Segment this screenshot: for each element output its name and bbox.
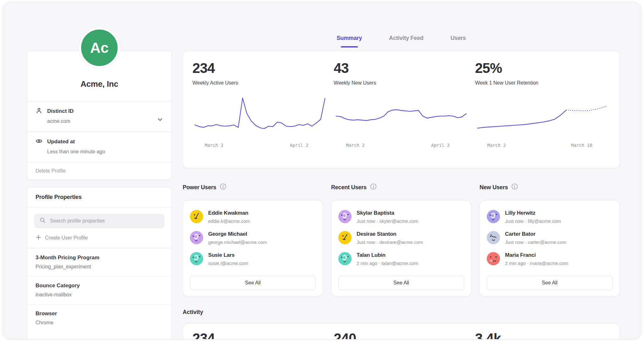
delete-profile-button[interactable]: Delete Profile <box>27 162 171 180</box>
property-name: Bounce Category <box>36 283 163 289</box>
stat-weekly-active-users: 234 Weekly Active Users March 2 April 2 <box>189 60 330 162</box>
list-item[interactable]: Susie Lars susie.l@acme.com <box>190 252 316 266</box>
x-axis-label-end: April 2 <box>290 143 308 148</box>
company-card: Acme, Inc Distinct ID acme.com <box>27 51 172 180</box>
updated-at-value: Less than one minute ago <box>47 149 164 155</box>
x-axis-label-start: March 2 <box>346 143 365 148</box>
profile-sidebar: Ac Acme, Inc Distinct ID acme.com <box>27 2 172 339</box>
list-item[interactable]: Lilly Herwitz Just now · lilly@acme.com <box>487 210 613 224</box>
person-icon <box>36 107 42 115</box>
see-all-button[interactable]: See All <box>338 276 464 290</box>
property-value: Chrome <box>36 320 163 326</box>
activity-stats-card: 234 240 3.4k <box>183 323 620 339</box>
sparkline-chart <box>334 93 469 139</box>
user-name: Susie Lars <box>208 252 248 258</box>
stat-value: 25% <box>475 60 610 76</box>
user-lists-row: Power Users Eddie Kwakman eddie.k@acme.c… <box>183 183 620 296</box>
property-value: Pricing_plan_experiment <box>36 264 163 270</box>
stat-label: Weekly New Users <box>334 80 469 86</box>
tab-users[interactable]: Users <box>451 35 466 43</box>
profile-properties-title: Profile Properties <box>27 187 171 207</box>
user-meta: Just now · desirare@acme.com <box>357 239 423 245</box>
user-meta: 2 min ago · talan@acme.com <box>357 261 418 266</box>
list-item[interactable]: Maria Franci 2 min ago · maria@acme.com <box>487 252 613 266</box>
user-name: Lilly Herwitz <box>505 210 561 216</box>
see-all-button[interactable]: See All <box>190 276 316 290</box>
user-meta: Just now · carter@acme.com <box>505 239 566 245</box>
user-avatar <box>487 252 500 265</box>
activity-section-title: Activity <box>183 309 203 316</box>
distinct-id-row[interactable]: Distinct ID acme.com <box>27 101 171 131</box>
user-avatar <box>190 210 203 223</box>
stat-value: 234 <box>192 60 327 76</box>
new-users-section: New Users Lilly Herwitz Just now · lilly… <box>480 183 620 296</box>
list-item[interactable]: George Michael george.michael@acme.com <box>190 231 316 245</box>
x-axis-label-end: April 2 <box>431 143 450 148</box>
new-users-card: Lilly Herwitz Just now · lilly@acme.com … <box>480 200 620 296</box>
user-avatar <box>487 231 500 244</box>
user-avatar <box>190 252 203 265</box>
stat-weekly-new-users: 43 Weekly New Users March 2 April 2 <box>330 60 472 162</box>
x-axis: March 2 March 10 <box>475 143 610 149</box>
chevron-down-icon[interactable] <box>157 118 163 123</box>
user-avatar <box>338 231 352 244</box>
x-axis: March 2 April 2 <box>334 143 469 149</box>
profile-properties-card: Profile Properties Search profile proper… <box>27 187 172 339</box>
updated-at-row: Updated at Less than one minute ago <box>27 132 171 162</box>
user-name: Maria Franci <box>505 252 568 258</box>
see-all-button[interactable]: See All <box>487 276 613 290</box>
distinct-id-label: Distinct ID <box>47 108 74 114</box>
new-users-title: New Users <box>480 184 508 191</box>
power-users-title: Power Users <box>183 184 216 191</box>
create-user-profile-label: Create User Profile <box>45 235 88 241</box>
company-avatar: Ac <box>79 27 120 68</box>
recent-users-card: Skylar Baptista Just now · skyler@acme.c… <box>331 200 471 296</box>
activity-stat-value: 3.4k <box>475 331 610 339</box>
list-item[interactable]: Eddie Kwakman eddie.k@acme.com <box>190 210 316 224</box>
eye-icon <box>36 138 42 146</box>
search-placeholder: Search profile properties <box>50 218 105 224</box>
updated-at-label: Updated at <box>47 139 75 145</box>
info-icon[interactable] <box>511 183 518 191</box>
user-name: George Michael <box>208 231 267 237</box>
property-row[interactable]: 3-Month Pricing Program Pricing_plan_exp… <box>27 249 171 276</box>
plus-icon <box>36 234 41 241</box>
user-avatar <box>338 252 352 265</box>
sparkline-chart <box>475 93 610 139</box>
user-name: Skylar Baptista <box>357 210 418 216</box>
x-axis-label-end: March 10 <box>571 143 592 148</box>
property-row[interactable]: Browser Chrome <box>27 305 171 332</box>
user-name: Talan Lubin <box>357 252 418 258</box>
stat-label: Weekly Active Users <box>192 80 327 86</box>
user-meta: 2 min ago · maria@acme.com <box>505 261 568 266</box>
list-item[interactable]: Skylar Baptista Just now · skyler@acme.c… <box>338 210 464 224</box>
tab-activity-feed[interactable]: Activity Feed <box>389 35 423 43</box>
recent-users-title: Recent Users <box>331 184 367 191</box>
user-meta: Just now · lilly@acme.com <box>505 218 561 224</box>
info-icon[interactable] <box>220 183 226 191</box>
list-item[interactable]: Desirae Stanton Just now · desirare@acme… <box>338 231 464 245</box>
list-item[interactable]: Talan Lubin 2 min ago · talan@acme.com <box>338 252 464 266</box>
user-name: Eddie Kwakman <box>208 210 250 216</box>
x-axis-label-start: March 2 <box>205 143 223 148</box>
recent-users-section: Recent Users Skylar Baptista Just now · … <box>331 183 471 296</box>
tab-summary[interactable]: Summary <box>336 35 362 43</box>
user-avatar <box>487 210 500 223</box>
create-user-profile-button[interactable]: Create User Profile <box>36 234 163 241</box>
info-icon[interactable] <box>370 183 377 191</box>
company-avatar-initials: Ac <box>90 39 109 56</box>
stat-week1-retention: 25% Week 1 New User Retention March 2 Ma… <box>472 60 613 162</box>
search-profile-properties-input[interactable]: Search profile properties <box>34 214 164 228</box>
power-users-card: Eddie Kwakman eddie.k@acme.com George Mi… <box>183 200 323 296</box>
list-item[interactable]: Carter Bator Just now · carter@acme.com <box>487 231 613 245</box>
power-users-section: Power Users Eddie Kwakman eddie.k@acme.c… <box>183 183 323 296</box>
user-email: susie.l@acme.com <box>208 261 248 266</box>
user-avatar <box>190 231 203 244</box>
property-value: inactive-mailbox <box>36 292 163 298</box>
search-icon <box>39 217 46 225</box>
property-row[interactable]: Bounce Category inactive-mailbox <box>27 277 171 304</box>
user-email: george.michael@acme.com <box>208 239 267 245</box>
activity-stat-value: 240 <box>334 331 469 339</box>
user-name: Desirae Stanton <box>357 231 423 237</box>
user-name: Carter Bator <box>505 231 566 237</box>
